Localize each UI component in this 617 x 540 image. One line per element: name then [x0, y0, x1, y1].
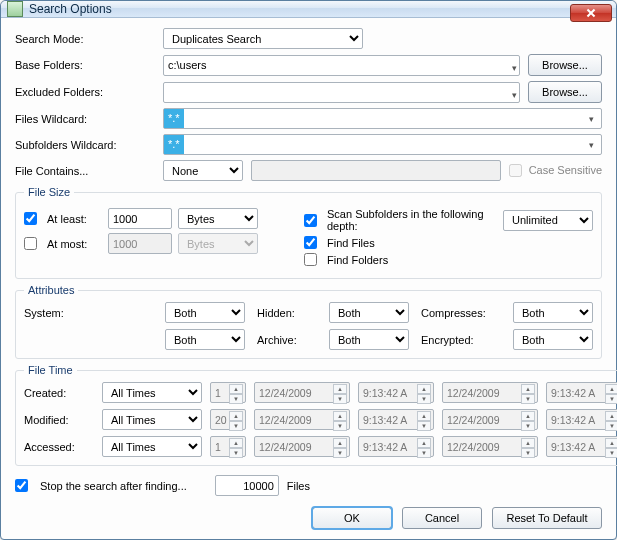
window-title: Search Options — [29, 2, 112, 16]
ft-accessed-n[interactable]: 1▲▼ — [210, 436, 246, 457]
close-button[interactable] — [570, 4, 612, 22]
browse-excluded-button[interactable]: Browse... — [528, 81, 602, 103]
base-folders-value: c:\users — [168, 59, 207, 71]
search-mode-select[interactable]: Duplicates Search — [163, 28, 363, 49]
attr-system-select[interactable]: Both — [165, 302, 245, 323]
attr-archive-label: Archive: — [257, 334, 317, 346]
search-options-dialog: Search Options Search Mode: Duplicates S… — [0, 0, 617, 540]
files-wildcard-label: Files Wildcard: — [15, 113, 155, 125]
files-wildcard-input[interactable]: *.* — [163, 108, 602, 129]
excluded-folders-combo[interactable] — [163, 82, 520, 103]
subfolders-wildcard-input[interactable]: *.* — [163, 134, 602, 155]
at-most-value[interactable] — [108, 233, 172, 254]
base-folders-combo[interactable]: c:\users — [163, 55, 520, 76]
ft-created-label: Created: — [24, 387, 94, 399]
at-least-checkbox[interactable] — [24, 212, 37, 225]
ft-accessed-d1[interactable]: 12/24/2009▲▼ — [254, 436, 350, 457]
chevron-down-icon — [584, 137, 599, 152]
ft-accessed-mode[interactable]: All Times — [102, 436, 202, 457]
ft-created-d1[interactable]: 12/24/2009▲▼ — [254, 382, 350, 403]
search-mode-label: Search Mode: — [15, 33, 155, 45]
ft-accessed-d2[interactable]: 12/24/2009▲▼ — [442, 436, 538, 457]
files-wildcard-token: *.* — [164, 109, 184, 128]
case-sensitive-option[interactable]: Case Sensitive — [509, 164, 602, 178]
ft-created-t1[interactable]: 9:13:42 A▲▼ — [358, 382, 434, 403]
scan-right: Scan Subfolders in the following depth: … — [304, 204, 593, 270]
attr-encrypted-select[interactable]: Both — [513, 329, 593, 350]
base-folders-label: Base Folders: — [15, 59, 155, 71]
ft-modified-label: Modified: — [24, 414, 94, 426]
file-time-group: File Time Created: All Times 1▲▼ 12/24/2… — [15, 364, 617, 466]
chevron-down-icon — [512, 58, 517, 78]
attr-compresses-label: Compresses: — [421, 307, 501, 319]
file-time-legend: File Time — [24, 364, 77, 376]
client-area: Search Mode: Duplicates Search Base Fold… — [1, 18, 616, 540]
ft-accessed-label: Accessed: — [24, 441, 94, 453]
find-files-checkbox[interactable] — [304, 236, 317, 249]
ft-modified-d1[interactable]: 12/24/2009▲▼ — [254, 409, 350, 430]
scan-depth-select[interactable]: Unlimited — [503, 210, 593, 231]
at-most-checkbox[interactable] — [24, 237, 37, 250]
ft-modified-n[interactable]: 20▲▼ — [210, 409, 246, 430]
find-folders-checkbox[interactable] — [304, 253, 317, 266]
attr-row2-left-select[interactable]: Both — [165, 329, 245, 350]
attr-system-label: System: — [24, 307, 153, 319]
at-least-unit-select[interactable]: Bytes — [178, 208, 258, 229]
find-files-label: Find Files — [327, 237, 375, 249]
ft-modified-mode[interactable]: All Times — [102, 409, 202, 430]
case-sensitive-checkbox[interactable] — [509, 164, 522, 177]
scan-subfolders-checkbox[interactable] — [304, 214, 317, 227]
attr-encrypted-label: Encrypted: — [421, 334, 501, 346]
at-most-label: At most: — [47, 238, 102, 250]
excluded-folders-label: Excluded Folders: — [15, 86, 155, 98]
file-size-group: File Size At least: Bytes At most: — [15, 186, 602, 279]
attributes-legend: Attributes — [24, 284, 78, 296]
stop-after-unit: Files — [287, 480, 310, 492]
titlebar: Search Options — [1, 1, 616, 18]
ft-created-d2[interactable]: 12/24/2009▲▼ — [442, 382, 538, 403]
ft-modified-t2[interactable]: 9:13:42 A▲▼ — [546, 409, 617, 430]
file-contains-mode-select[interactable]: None — [163, 160, 243, 181]
attr-archive-select[interactable]: Both — [329, 329, 409, 350]
stop-after-checkbox[interactable] — [15, 479, 28, 492]
chevron-down-icon — [584, 111, 599, 126]
chevron-down-icon — [512, 85, 517, 105]
attr-hidden-select[interactable]: Both — [329, 302, 409, 323]
attributes-group: Attributes System: Both Hidden: Both Com… — [15, 284, 602, 359]
attr-compresses-select[interactable]: Both — [513, 302, 593, 323]
cancel-button[interactable]: Cancel — [402, 507, 482, 529]
at-least-value[interactable] — [108, 208, 172, 229]
at-least-label: At least: — [47, 213, 102, 225]
browse-base-button[interactable]: Browse... — [528, 54, 602, 76]
ft-accessed-t1[interactable]: 9:13:42 A▲▼ — [358, 436, 434, 457]
file-contains-label: File Contains... — [15, 165, 155, 177]
attr-hidden-label: Hidden: — [257, 307, 317, 319]
file-size-left: At least: Bytes At most: Bytes — [24, 204, 284, 258]
stop-after-label: Stop the search after finding... — [40, 480, 187, 492]
ft-modified-d2[interactable]: 12/24/2009▲▼ — [442, 409, 538, 430]
ft-modified-t1[interactable]: 9:13:42 A▲▼ — [358, 409, 434, 430]
ft-accessed-t2[interactable]: 9:13:42 A▲▼ — [546, 436, 617, 457]
app-icon — [7, 1, 23, 17]
find-folders-label: Find Folders — [327, 254, 388, 266]
ft-created-t2[interactable]: 9:13:42 A▲▼ — [546, 382, 617, 403]
file-contains-text[interactable] — [251, 160, 501, 181]
ft-created-n[interactable]: 1▲▼ — [210, 382, 246, 403]
ft-created-mode[interactable]: All Times — [102, 382, 202, 403]
close-icon — [586, 8, 596, 18]
ok-button[interactable]: OK — [312, 507, 392, 529]
stop-after-count[interactable] — [215, 475, 279, 496]
file-size-legend: File Size — [24, 186, 74, 198]
reset-button[interactable]: Reset To Default — [492, 507, 602, 529]
subfolders-wildcard-token: *.* — [164, 135, 184, 154]
subfolders-wildcard-label: Subfolders Wildcard: — [15, 139, 155, 151]
dialog-buttons: OK Cancel Reset To Default — [15, 507, 602, 529]
scan-subfolders-label: Scan Subfolders in the following depth: — [327, 208, 497, 232]
at-most-unit-select[interactable]: Bytes — [178, 233, 258, 254]
